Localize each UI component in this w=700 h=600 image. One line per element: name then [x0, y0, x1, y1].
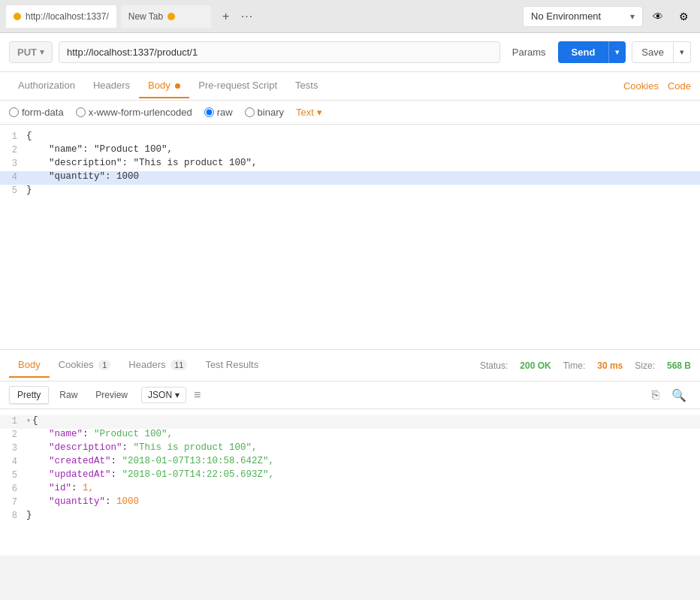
active-tab[interactable]: http://localhost:1337/ [6, 5, 116, 28]
resp-line: 7 "quantity": 1000 [0, 496, 700, 510]
tab-body[interactable]: Body [139, 74, 189, 98]
pretty-button[interactable]: Pretty [9, 386, 49, 404]
cookies-count-badge: 1 [98, 360, 110, 370]
new-tab[interactable]: New Tab [121, 5, 211, 28]
resp-tab-headers[interactable]: Headers 11 [119, 353, 196, 378]
resp-line-number: 8 [0, 510, 26, 523]
resp-line-content: "name": "Product 100", [26, 429, 700, 442]
line-number: 2 [0, 144, 26, 158]
send-dropdown-button[interactable]: ▾ [608, 41, 626, 63]
resp-line-content: "description": "This is product 100", [26, 442, 700, 456]
resp-line-content: "updatedAt": "2018-01-07T14:22:05.693Z", [26, 469, 700, 483]
cookies-link[interactable]: Cookies [623, 80, 659, 92]
response-toolbar: Pretty Raw Preview JSON ▾ ≡ ⎘ 🔍 [0, 381, 700, 409]
request-body-editor[interactable]: 1{2 "name": "Product 100",3 "description… [0, 125, 700, 350]
method-button[interactable]: PUT ▾ [9, 41, 53, 63]
code-link[interactable]: Code [668, 80, 691, 92]
form-data-option[interactable]: form-data [9, 107, 64, 118]
resp-line-content: "quantity": 1000 [26, 496, 700, 510]
text-type-dropdown-icon: ▾ [317, 107, 322, 118]
line-content: "name": "Product 100", [26, 144, 700, 158]
resp-line-number: 5 [0, 469, 26, 483]
format-selector[interactable]: JSON ▾ [141, 387, 186, 403]
headers-count-badge: 11 [170, 360, 187, 370]
send-button[interactable]: Send [558, 41, 609, 63]
new-tab-label: New Tab [128, 11, 163, 22]
code-line: 5} [0, 185, 700, 198]
status-value: 200 OK [520, 360, 551, 371]
search-icon-button[interactable]: 🔍 [667, 387, 691, 404]
url-input[interactable] [59, 41, 500, 63]
tab-tests[interactable]: Tests [286, 74, 327, 98]
resp-line-content: } [26, 510, 700, 523]
resp-line-number: 7 [0, 496, 26, 510]
settings-icon-button[interactable]: ⚙ [673, 6, 694, 27]
line-number: 3 [0, 158, 26, 171]
x-www-radio[interactable] [76, 107, 86, 117]
method-dropdown-icon: ▾ [40, 47, 44, 57]
new-tab-dot [167, 13, 175, 20]
resp-line: 8} [0, 510, 700, 523]
add-tab-button[interactable]: + [216, 6, 237, 27]
tab-pre-request[interactable]: Pre-request Script [189, 74, 286, 98]
x-www-label: x-www-form-urlencoded [89, 107, 192, 118]
binary-label: binary [258, 107, 284, 118]
more-tabs-button[interactable]: ··· [241, 10, 253, 23]
tab-right-links: Cookies Code [623, 80, 691, 92]
response-header: Body Cookies 1 Headers 11 Test Results S… [0, 350, 700, 381]
tab-url: http://localhost:1337/ [26, 11, 109, 22]
resp-line-number: 4 [0, 456, 26, 469]
format-label: JSON [148, 390, 172, 400]
line-number: 1 [0, 131, 26, 144]
tab-authorization[interactable]: Authorization [9, 74, 84, 98]
raw-radio[interactable] [204, 107, 214, 117]
send-save-group: Send ▾ [558, 41, 626, 63]
resp-tab-body[interactable]: Body [9, 353, 50, 378]
environment-dropdown-icon[interactable]: ▾ [630, 11, 635, 22]
size-value: 568 B [667, 360, 691, 371]
tab-headers[interactable]: Headers [84, 74, 139, 98]
text-type-button[interactable]: Text ▾ [296, 107, 322, 118]
method-text: PUT [17, 47, 37, 58]
line-content: "quantity": 1000 [26, 171, 700, 185]
time-label: Time: [563, 360, 586, 371]
wrap-icon-button[interactable]: ≡ [189, 387, 205, 403]
raw-label: raw [217, 107, 233, 118]
preview-button[interactable]: Preview [88, 387, 135, 403]
code-line: 3 "description": "This is product 100", [0, 158, 700, 171]
params-button[interactable]: Params [506, 44, 552, 61]
form-data-label: form-data [22, 107, 64, 118]
environment-area: No Environment ▾ 👁 ⚙ [523, 6, 694, 27]
resp-line-number: 3 [0, 442, 26, 456]
resp-tab-cookies[interactable]: Cookies 1 [50, 353, 120, 378]
resp-line-content: "id": 1, [26, 483, 700, 496]
response-meta: Status: 200 OK Time: 30 ms Size: 568 B [480, 360, 691, 371]
line-number: 5 [0, 185, 26, 198]
response-body: 1▾{2 "name": "Product 100",3 "descriptio… [0, 409, 700, 556]
resp-line: 4 "createdAt": "2018-01-07T13:10:58.642Z… [0, 456, 700, 469]
resp-tab-test-results[interactable]: Test Results [196, 353, 267, 378]
request-tabs: Authorization Headers Body Pre-request S… [0, 72, 700, 101]
url-bar: PUT ▾ Params Send ▾ Save ▾ [0, 33, 700, 72]
save-dropdown-button[interactable]: ▾ [674, 41, 691, 63]
status-label: Status: [480, 360, 508, 371]
save-button[interactable]: Save [632, 41, 674, 63]
binary-radio[interactable] [245, 107, 255, 117]
copy-icon-button[interactable]: ⎘ [647, 387, 664, 404]
code-line: 2 "name": "Product 100", [0, 144, 700, 158]
raw-button[interactable]: Raw [52, 387, 85, 403]
save-group: Save ▾ [632, 41, 691, 63]
eye-icon-button[interactable]: 👁 [647, 6, 668, 27]
line-content: } [26, 185, 700, 198]
resp-line-content: "createdAt": "2018-01-07T13:10:58.642Z", [26, 456, 700, 469]
x-www-option[interactable]: x-www-form-urlencoded [76, 107, 192, 118]
form-data-radio[interactable] [9, 107, 19, 117]
resp-line: 3 "description": "This is product 100", [0, 442, 700, 456]
format-dropdown-icon: ▾ [175, 390, 180, 400]
raw-option[interactable]: raw [204, 107, 233, 118]
body-tab-indicator [175, 83, 180, 89]
browser-tab-bar: http://localhost:1337/ New Tab + ··· No … [0, 0, 700, 33]
binary-option[interactable]: binary [245, 107, 284, 118]
line-content: { [26, 131, 700, 144]
resp-line-number: 6 [0, 483, 26, 496]
